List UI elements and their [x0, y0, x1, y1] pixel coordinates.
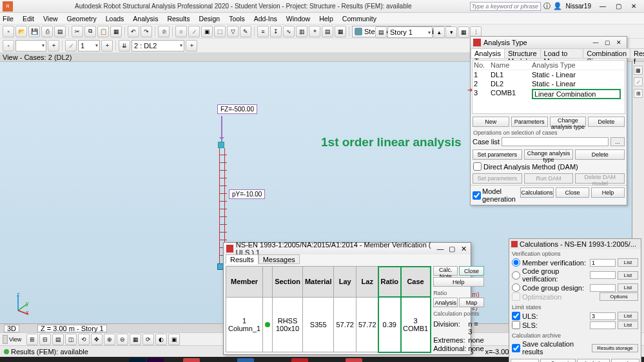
options-button[interactable]: Options — [600, 292, 638, 301]
maximize-button[interactable]: ▢ — [610, 1, 626, 12]
tab-analysis-types[interactable]: Analysis Types — [471, 48, 505, 58]
bar-sel-icon[interactable]: ⟋ — [65, 40, 77, 52]
caselist-browse-button[interactable]: ... — [610, 137, 625, 146]
node-plus-icon[interactable]: ＋ — [48, 40, 59, 52]
delete2-button[interactable]: Delete — [575, 149, 625, 160]
close-button[interactable]: ✕ — [626, 1, 641, 12]
cgd-value-input[interactable] — [590, 284, 616, 292]
cgd-radio[interactable] — [512, 283, 520, 292]
menu-window[interactable]: Window — [286, 15, 310, 23]
help-search-input[interactable] — [470, 2, 541, 11]
app-icon-5[interactable]: ▲ — [255, 358, 272, 362]
case-plus-icon[interactable]: ＋ — [186, 40, 197, 52]
revit-icon[interactable]: R — [237, 358, 254, 362]
close-icon[interactable]: ✕ — [614, 39, 624, 46]
cgv-value-input[interactable] — [590, 271, 616, 279]
detail-icon[interactable]: ⌖ — [309, 26, 320, 37]
print-icon[interactable]: ⎙ — [41, 26, 53, 37]
menu-file[interactable]: File — [3, 15, 14, 23]
mv-close-button[interactable]: Close — [459, 266, 483, 276]
analysis-table[interactable]: ➔ No.NameAnalysis Type 1DL1Static - Line… — [472, 60, 625, 114]
new-icon[interactable]: ▫ — [3, 26, 14, 37]
tab-messages[interactable]: Messages — [259, 254, 300, 264]
analysis-button[interactable]: Analysis — [433, 298, 458, 307]
select-all-icon[interactable]: ▣ — [201, 26, 213, 37]
dam-checkbox[interactable] — [473, 162, 482, 171]
edge-icon[interactable]: e — [75, 358, 92, 362]
change-type-button[interactable]: Change analysis type — [550, 117, 587, 127]
cgv-radio[interactable] — [512, 271, 520, 280]
report-icon[interactable]: ▤ — [322, 26, 333, 37]
set-params-button[interactable]: Set parameters — [473, 149, 522, 160]
chrome-icon[interactable]: ◉ — [93, 358, 110, 362]
menu-community[interactable]: Community — [342, 15, 376, 23]
savecr-checkbox[interactable] — [512, 344, 520, 352]
undo-icon[interactable]: ↶ — [128, 26, 139, 37]
uls-value-input[interactable] — [590, 312, 616, 320]
calc-calc-button[interactable]: Calculations — [577, 359, 610, 362]
excel-icon[interactable]: X — [165, 358, 182, 362]
copy-icon[interactable]: ⧉ — [84, 26, 96, 37]
tab-results[interactable]: Results — [226, 254, 259, 264]
app-icon-11[interactable]: ◎ — [364, 358, 380, 362]
bar-combo[interactable]: 1 — [78, 40, 100, 52]
uls-checkbox[interactable] — [512, 312, 520, 320]
bt-icon-3[interactable]: ▤ — [52, 334, 64, 345]
story-down-icon[interactable]: ▾ — [445, 26, 457, 38]
app-icon-12[interactable]: ✦ — [382, 358, 398, 362]
menu-help[interactable]: Help — [319, 15, 333, 23]
tab-load-mass[interactable]: Load to Mass Conversion — [540, 48, 584, 58]
user-name[interactable]: Nissar19 — [566, 3, 591, 10]
bt-icon-4[interactable]: ◫ — [65, 334, 77, 345]
bt-icon-9[interactable]: ▦ — [130, 334, 141, 345]
mv-max-icon[interactable]: ▢ — [447, 245, 456, 253]
open-icon[interactable]: 📂 — [15, 26, 27, 37]
sls-list-button[interactable]: List — [618, 321, 638, 329]
store-icon[interactable]: 🛍 — [111, 358, 128, 362]
window-select-icon[interactable]: ⬚ — [214, 26, 226, 37]
app-icon-9[interactable]: ▶ — [327, 358, 344, 362]
axis-triad[interactable]: z y x — [8, 291, 34, 317]
app-icon-1[interactable]: ▦ — [183, 358, 200, 362]
mv-radio[interactable] — [512, 258, 520, 267]
sls-checkbox[interactable] — [512, 321, 520, 329]
modelgen-checkbox[interactable] — [473, 191, 481, 200]
menu-design[interactable]: Design — [199, 15, 220, 23]
calc-ok-button[interactable]: OK — [511, 359, 539, 362]
close-at-button[interactable]: Close — [556, 187, 589, 198]
node-input[interactable] — [15, 40, 46, 52]
bt-icon-2[interactable]: ⊟ — [39, 334, 51, 345]
menu-addins[interactable]: Add-Ins — [254, 15, 277, 23]
cgd-list-button[interactable]: List — [618, 283, 638, 292]
sls-value-input[interactable] — [590, 321, 616, 329]
mv-close-icon[interactable]: ✕ — [459, 245, 468, 253]
calcnote-button[interactable]: Calc. Note — [433, 266, 458, 276]
mv-header[interactable]: NS-EN 1993-1:2005/NA:2015/A1:2014 - Memb… — [224, 243, 471, 254]
calc-config-button[interactable]: Configuration — [540, 359, 576, 362]
view-tab-3d[interactable]: 3D — [4, 325, 19, 332]
caselist-input[interactable] — [502, 137, 609, 146]
story-up-icon[interactable]: ▴ — [433, 26, 445, 38]
minimize-button[interactable]: — — [595, 1, 610, 12]
menu-tools[interactable]: Tools — [229, 15, 245, 23]
new-button[interactable]: New — [473, 117, 509, 127]
results-storage-button[interactable]: Results storage — [592, 344, 638, 352]
explorer-icon[interactable]: 🗂 — [57, 358, 73, 362]
select-node-icon[interactable]: ○ — [175, 26, 187, 37]
ps-icon[interactable]: Ps — [129, 358, 146, 362]
bt-icon-10[interactable]: ⟳ — [142, 334, 154, 345]
map-button[interactable]: Map — [459, 298, 483, 307]
autocad-icon[interactable]: A — [291, 358, 308, 362]
side-icon-1[interactable]: ▦ — [634, 66, 643, 75]
stress-icon[interactable]: ▥ — [296, 26, 307, 37]
minimize-icon[interactable]: — — [590, 39, 601, 46]
view-tab-z[interactable]: Z = 3.00 m - Story 1 — [37, 325, 107, 332]
bt-icon-11[interactable]: ◐ — [155, 334, 167, 345]
bt-icon-8[interactable]: ⊖ — [117, 334, 128, 345]
start-button[interactable]: ⊞ — [3, 358, 19, 362]
mv-list-button[interactable]: List — [618, 258, 638, 267]
menu-results[interactable]: Results — [167, 15, 190, 23]
bt-icon-7[interactable]: ⊕ — [104, 334, 115, 345]
mv-help-button[interactable]: Help — [433, 277, 483, 287]
story-combo[interactable]: Story 1 — [387, 26, 433, 38]
